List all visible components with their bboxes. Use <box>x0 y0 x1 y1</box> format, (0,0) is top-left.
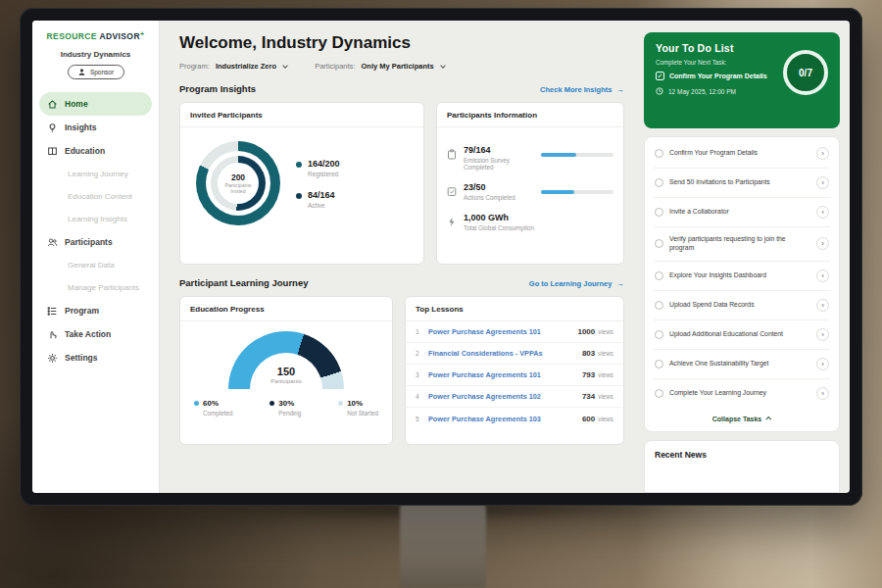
lesson-views-word: views <box>598 350 613 357</box>
sidebar-item-education-content[interactable]: Education Content <box>32 185 159 208</box>
task-row-invite-collaborator[interactable]: Invite a Collaborator › <box>654 198 830 227</box>
sidebar-item-manage-participants[interactable]: Manage Participants <box>32 276 159 299</box>
legend-dot <box>194 401 199 406</box>
task-label: Verify participants requesting to join t… <box>669 235 810 253</box>
home-icon <box>46 98 58 110</box>
link-label: Check More Insights <box>540 85 612 94</box>
checkbox-circle[interactable] <box>655 239 663 248</box>
checkbox-circle[interactable] <box>655 301 663 310</box>
recent-news-card: Recent News <box>644 440 840 493</box>
lesson-rank: 4 <box>416 393 425 400</box>
checkbox-circle[interactable] <box>655 360 663 368</box>
lesson-row: 2 Financial Considerations - VPPAs 803 v… <box>406 343 623 365</box>
sidebar-item-learning-journey[interactable]: Learning Journey <box>32 163 159 185</box>
chevron-right-icon[interactable]: › <box>816 387 829 400</box>
sidebar-item-participants[interactable]: Participants <box>32 230 159 254</box>
collapse-tasks-button[interactable]: Collapse Tasks <box>654 408 830 429</box>
gauge-center-label: Participants <box>250 378 322 384</box>
learning-journey-cards: Education Progress 150 Participants 60% <box>179 296 624 445</box>
task-row-send-invitations[interactable]: Send 50 Invitations to Participants › <box>654 169 830 198</box>
lesson-row: 3 Power Purchase Agreements 101 793 view… <box>406 365 623 386</box>
task-row-verify-participants[interactable]: Verify participants requesting to join t… <box>654 227 830 262</box>
todo-next-time-label: 12 May 2025, 12:00 PM <box>668 88 736 95</box>
participants-select[interactable]: Participants: Only My Participants <box>315 62 445 71</box>
info-label: Total Global Consumption <box>464 224 534 231</box>
chevron-right-icon[interactable]: › <box>816 328 829 341</box>
sidebar-item-settings[interactable]: Settings <box>32 346 159 369</box>
sidebar-item-education[interactable]: Education <box>32 139 159 163</box>
checkbox-circle[interactable] <box>655 208 663 217</box>
sidebar-item-general-data[interactable]: General Data <box>32 254 159 276</box>
sidebar-item-label: Manage Participants <box>68 283 139 292</box>
legend-label: Registered <box>308 171 340 177</box>
task-row-confirm-program[interactable]: Confirm Your Program Details › <box>654 139 830 169</box>
monitor-bezel: RESOURCE ADVISOR+ Industry Dynamics Spon… <box>20 8 862 506</box>
lesson-link[interactable]: Financial Considerations - VPPAs <box>428 349 582 358</box>
info-row-emission-survey: 79/164 Emission Survey Completed <box>447 145 613 171</box>
sidebar-item-label: Settings <box>65 353 98 363</box>
sidebar: RESOURCE ADVISOR+ Industry Dynamics Spon… <box>32 21 160 493</box>
task-row-explore-insights[interactable]: Explore Your Insights Dashboard › <box>654 262 830 291</box>
legend-item-active: 84/164 Active <box>296 190 340 209</box>
program-select-label: Program: <box>179 62 210 71</box>
legend-value: 60% <box>203 399 219 408</box>
check-square-icon <box>447 183 458 194</box>
chevron-right-icon[interactable]: › <box>816 147 829 160</box>
info-label: Emission Survey Completed <box>464 157 541 171</box>
todo-next-task-label: Confirm Your Program Details <box>669 73 767 79</box>
go-to-learning-journey-link[interactable]: Go to Learning Journey → <box>529 279 624 288</box>
checkbox-circle[interactable] <box>655 149 663 158</box>
logo-advisor: ADVISOR <box>99 31 140 41</box>
checkbox-circle[interactable] <box>655 271 663 280</box>
chevron-right-icon[interactable]: › <box>816 270 829 282</box>
education-progress-gauge: 150 Participants <box>228 331 344 390</box>
program-select[interactable]: Program: Industrialize Zero <box>179 62 287 71</box>
sidebar-item-label: Education Content <box>68 192 132 201</box>
sidebar-item-insights[interactable]: Insights <box>32 116 159 139</box>
task-row-upload-spend-data[interactable]: Upload Spend Data Records › <box>654 291 830 320</box>
lesson-row: 1 Power Purchase Agreements 101 1000 vie… <box>406 321 623 343</box>
todo-column: Your To Do List Complete Your Next Task:… <box>640 21 850 493</box>
lesson-link[interactable]: Power Purchase Agreements 101 <box>428 370 582 379</box>
check-more-insights-link[interactable]: Check More Insights → <box>540 85 624 94</box>
sponsor-badge[interactable]: Sponsor <box>68 65 124 79</box>
chevron-right-icon[interactable]: › <box>816 299 829 312</box>
logo-plus: + <box>140 30 145 37</box>
sidebar-item-take-action[interactable]: Take Action <box>32 322 159 346</box>
checkbox-circle[interactable] <box>655 178 663 187</box>
chevron-right-icon[interactable]: › <box>816 358 829 370</box>
todo-next-task[interactable]: ✓ Confirm Your Program Details <box>656 72 783 80</box>
task-row-achieve-target[interactable]: Achieve One Sustainability Target › <box>654 350 830 379</box>
card-title: Top Lessons <box>406 297 623 321</box>
book-icon <box>46 145 58 157</box>
sidebar-item-program[interactable]: Program <box>32 299 159 322</box>
task-label: Confirm Your Program Details <box>669 149 810 158</box>
lesson-link[interactable]: Power Purchase Agreements 102 <box>428 392 582 401</box>
app-logo: RESOURCE ADVISOR+ <box>32 30 159 41</box>
info-value: 23/50 <box>464 182 515 192</box>
invited-participants-card: Invited Participants 200 Participants In… <box>179 102 424 265</box>
progressbar-fill <box>541 153 575 157</box>
person-icon <box>77 68 86 76</box>
lightbulb-icon <box>46 122 58 133</box>
checkbox-circle[interactable] <box>655 389 663 398</box>
task-row-upload-educational-content[interactable]: Upload Additional Educational Content › <box>654 320 830 350</box>
chevron-right-icon[interactable]: › <box>816 176 829 189</box>
task-row-complete-learning-journey[interactable]: Complete Your Learning Journey › <box>654 379 830 408</box>
lesson-link[interactable]: Power Purchase Agreements 103 <box>428 415 582 423</box>
chevron-right-icon[interactable]: › <box>816 206 829 219</box>
legend-label: Completed <box>203 410 232 416</box>
legend-dot <box>338 401 343 406</box>
lesson-link[interactable]: Power Purchase Agreements 101 <box>428 327 577 336</box>
actions-completed-progressbar <box>541 190 613 194</box>
checkbox-circle[interactable] <box>655 330 663 339</box>
clock-icon <box>656 87 663 95</box>
legend-label: Pending <box>278 410 301 416</box>
education-gauge-legend: 60% Completed 30% Pending <box>180 390 392 416</box>
chevron-right-icon[interactable]: › <box>816 237 829 250</box>
sidebar-item-home[interactable]: Home <box>39 92 152 116</box>
card-title: Invited Participants <box>180 103 423 127</box>
sidebar-item-learning-insights[interactable]: Learning Insights <box>32 208 159 230</box>
lesson-views: 600 <box>582 415 595 423</box>
energy-icon <box>447 214 458 224</box>
